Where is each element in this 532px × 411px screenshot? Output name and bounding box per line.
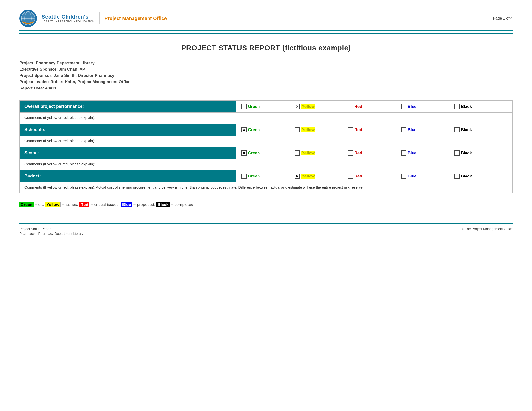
option-label-overall-black: Black [461,104,472,109]
legend-blue-label: Blue [121,202,132,207]
option-overall-red[interactable]: Red [348,104,401,109]
logo-icon [19,10,37,27]
option-overall-yellow[interactable]: Yellow [294,104,348,109]
legend-yellow-label: Yellow [45,202,61,207]
report-title: PROJECT STATUS REPORT (fictitious exampl… [19,44,513,52]
project-sponsor: Project Sponsor: Jane Smith, Director Ph… [19,73,513,78]
checkbox-scope-yellow[interactable] [294,150,300,156]
option-overall-green[interactable]: Green [241,104,294,109]
footer-left: Project Status Report Pharmacy – Pharmac… [19,227,83,236]
checkbox-overall-yellow[interactable] [294,104,300,109]
section-options-budget: GreenYellowRedBlueBlack [237,170,513,182]
comment-budget: Comments (If yellow or red, please expla… [19,182,513,193]
legend-black-label: Black [156,202,170,207]
legend-blue-meaning: = proposed, [133,202,156,207]
checkbox-overall-red[interactable] [348,104,353,109]
section-options-schedule: GreenYellowRedBlueBlack [237,124,513,136]
option-label-budget-yellow: Yellow [301,174,315,179]
logo-text: Seattle Children's HOSPITAL · RESEARCH ·… [42,14,94,22]
option-overall-black[interactable]: Black [454,104,508,109]
checkbox-schedule-green[interactable] [241,127,247,132]
option-budget-green[interactable]: Green [241,174,294,179]
checkbox-budget-black[interactable] [454,174,460,179]
checkbox-scope-black[interactable] [454,150,460,156]
checkbox-budget-yellow[interactable] [294,174,300,179]
legend-red-meaning: = critical issues, [91,202,121,207]
option-label-overall-blue: Blue [408,104,417,109]
option-scope-blue[interactable]: Blue [401,150,454,156]
section-options-overall: GreenYellowRedBlueBlack [237,101,513,113]
option-schedule-red[interactable]: Red [348,127,401,132]
option-schedule-black[interactable]: Black [454,127,508,132]
option-scope-red[interactable]: Red [348,150,401,156]
checkbox-budget-green[interactable] [241,174,247,179]
teal-divider-line [19,33,513,34]
pmo-title: Project Management Office [104,16,167,21]
option-label-scope-yellow: Yellow [301,151,315,155]
comment-row-schedule: Comments (If yellow or red, please expla… [19,136,513,147]
option-budget-red[interactable]: Red [348,174,401,179]
footer-line2: Pharmacy – Pharmacy Department Library [19,232,83,235]
legend-red-label: Red [79,202,89,207]
checkbox-schedule-black[interactable] [454,127,460,132]
option-schedule-blue[interactable]: Blue [401,127,454,132]
section-header-scope: Scope:GreenYellowRedBlueBlack [19,147,513,159]
legend-green-meaning: = ok, [35,202,45,207]
footer: Project Status Report Pharmacy – Pharmac… [19,227,513,236]
checkbox-schedule-red[interactable] [348,127,353,132]
project-leader: Project Leader: Robert Kahn, Project Man… [19,80,513,84]
option-label-schedule-red: Red [354,127,362,132]
option-label-scope-green: Green [248,151,260,155]
comment-scope: Comments (If yellow or red, please expla… [19,159,513,170]
section-options-scope: GreenYellowRedBlueBlack [237,147,513,159]
option-budget-blue[interactable]: Blue [401,174,454,179]
logo-area: Seattle Children's HOSPITAL · RESEARCH ·… [19,10,167,27]
project-info: Project: Pharmacy Department Library Exe… [19,61,513,91]
option-label-overall-red: Red [354,104,362,109]
checkbox-schedule-blue[interactable] [401,127,407,132]
page: Seattle Children's HOSPITAL · RESEARCH ·… [0,0,532,411]
option-label-overall-yellow: Yellow [301,104,315,109]
option-budget-black[interactable]: Black [454,174,508,179]
option-overall-blue[interactable]: Blue [401,104,454,109]
option-label-overall-green: Green [248,104,260,109]
footer-divider [19,223,513,224]
checkbox-scope-green[interactable] [241,150,247,156]
checkbox-budget-blue[interactable] [401,174,407,179]
org-name: Seattle Children's [42,14,94,20]
legend-yellow-meaning: = issues, [62,202,79,207]
status-table: Overall project performance:GreenYellowR… [19,100,513,193]
footer-right: © The Project Management Office [462,227,513,236]
header: Seattle Children's HOSPITAL · RESEARCH ·… [19,10,513,31]
option-schedule-green[interactable]: Green [241,127,294,132]
legend-green-label: Green [19,202,34,207]
section-header-overall: Overall project performance:GreenYellowR… [19,101,513,113]
option-scope-yellow[interactable]: Yellow [294,150,348,156]
option-label-schedule-green: Green [248,127,260,132]
option-scope-green[interactable]: Green [241,150,294,156]
comment-schedule: Comments (If yellow or red, please expla… [19,136,513,147]
checkbox-overall-black[interactable] [454,104,460,109]
report-date: Report Date: 4/4/11 [19,86,513,91]
option-label-scope-black: Black [461,151,472,155]
option-label-budget-black: Black [461,174,472,179]
option-budget-yellow[interactable]: Yellow [294,174,348,179]
section-label-schedule: Schedule: [19,124,237,136]
option-scope-black[interactable]: Black [454,150,508,156]
option-schedule-yellow[interactable]: Yellow [294,127,348,132]
comment-row-scope: Comments (If yellow or red, please expla… [19,159,513,170]
comment-overall: Comments (If yellow or red, please expla… [19,113,513,124]
footer-line1: Project Status Report [19,227,83,231]
checkbox-schedule-yellow[interactable] [294,127,300,132]
page-number: Page 1 of 4 [493,16,513,20]
option-label-budget-red: Red [354,174,362,179]
section-label-scope: Scope: [19,147,237,159]
option-label-budget-blue: Blue [408,174,417,179]
legend: Green = ok, Yellow = issues, Red = criti… [19,201,513,209]
checkbox-scope-red[interactable] [348,150,353,156]
section-label-overall: Overall project performance: [19,101,237,113]
checkbox-overall-blue[interactable] [401,104,407,109]
checkbox-budget-red[interactable] [348,174,353,179]
checkbox-scope-blue[interactable] [401,150,407,156]
checkbox-overall-green[interactable] [241,104,247,109]
